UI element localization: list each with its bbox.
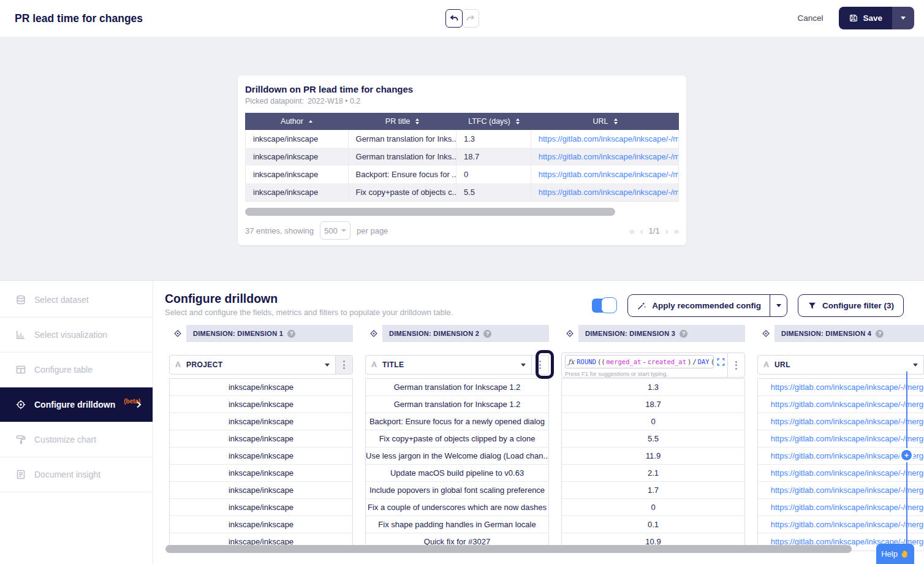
column-header-author[interactable]: Author [245,113,348,130]
field-menu-button[interactable] [335,356,352,374]
magic-wand-icon [637,301,646,311]
url-link[interactable]: https://gitlab.com/inkscape/inkscape/-/m… [758,448,924,465]
field-menu-button[interactable] [727,353,744,377]
url-link[interactable]: https://gitlab.com/inkscape/inkscape/-/m… [758,396,924,413]
diamond-icon [561,325,578,342]
url-link[interactable]: https://gitlab.com/inkscape/inkscape/-/m… [758,430,924,448]
save-icon [849,13,858,23]
column-label: LTFC (days) [468,117,510,126]
prev-page-icon[interactable]: ‹ [640,226,643,236]
field-selector-project[interactable]: APROJECT [169,355,353,375]
chevron-down-icon [341,229,346,232]
help-icon[interactable]: ? [287,330,295,338]
cell-ltfc: 0 [456,166,531,183]
sidebar-item-label: Document insight [34,470,100,479]
save-button[interactable]: Save [839,7,892,29]
formula-token: (( [597,358,605,365]
history-controls [445,9,479,28]
undo-icon [449,13,459,23]
help-button[interactable]: Help [876,544,914,564]
apply-config-split-button: Apply recommended config [627,294,787,317]
help-icon[interactable]: ? [483,330,491,338]
dimension-rows: inkscape/inkscapeinkscape/inkscapeinksca… [169,378,353,551]
url-link[interactable]: https://gitlab.com/inkscape/inkscape/-/m… [758,499,924,516]
sidebar-item-configure-table[interactable]: Configure table [0,352,153,387]
add-dimension-button[interactable]: + [901,450,912,460]
grid-cell: inkscape/inkscape [170,465,352,482]
url-link[interactable]: https://gitlab.com/inkscape/inkscape/-/m… [758,465,924,482]
configure-filter-button[interactable]: Configure filter (3) [798,294,904,317]
field-selector-url[interactable]: AURL [757,355,924,375]
save-dropdown-button[interactable] [892,7,914,29]
cell-url-link[interactable]: https://gitlab.com/inkscape/inkscape/-/m… [531,183,678,201]
formula-hint: Press F1 for suggestions or start typing… [565,370,725,377]
field-menu-button[interactable] [531,356,548,374]
dimension-column-3: DIMENSION: DIMENSION 3?ƒxROUND((merged_a… [561,325,745,342]
card-horizontal-scrollbar[interactable] [245,208,679,216]
column-header-ltfc-days[interactable]: LTFC (days) [456,113,531,130]
dimension-header: DIMENSION: DIMENSION 1? [169,325,353,342]
panel-title: Configure drilldown [165,292,278,306]
column-header-url[interactable]: URL [531,113,679,130]
help-icon[interactable]: ? [876,330,884,338]
grid-horizontal-scrollbar[interactable] [165,545,852,553]
page-indicator: 1/1 [649,226,660,235]
grid-cell: Fix copy+paste of objects clipped by a c… [366,430,548,448]
undo-button[interactable] [445,9,463,28]
cell-url-link[interactable]: https://gitlab.com/inkscape/inkscape/-/m… [531,130,678,148]
apply-config-dropdown[interactable] [770,295,787,316]
field-selector-title[interactable]: ATITLE [365,355,549,375]
dimension-column-1: DIMENSION: DIMENSION 1?APROJECTinkscape/… [169,325,353,342]
chevron-down-icon[interactable] [521,364,526,367]
cancel-button[interactable]: Cancel [797,13,823,23]
url-link[interactable]: https://gitlab.com/inkscape/inkscape/-/m… [758,379,924,396]
last-page-icon[interactable]: » [674,226,679,236]
chevron-down-icon[interactable] [913,364,918,367]
drilldown-enabled-toggle[interactable] [592,297,617,314]
sort-icon [415,118,419,124]
editor-workspace: Select datasetSelect visualizationConfig… [0,280,924,564]
grid-cell: inkscape/inkscape [170,448,352,465]
next-page-icon[interactable]: › [665,226,668,236]
grid-cell: 11.9 [562,448,744,465]
cell-url-link[interactable]: https://gitlab.com/inkscape/inkscape/-/m… [531,166,678,183]
expand-icon[interactable] [716,357,725,367]
grid-cell: Backport: Ensure focus for a newly opene… [366,413,548,430]
text-type-icon: A [371,360,377,369]
grid-cell: Fix shape padding handles in German loca… [366,516,548,533]
sidebar-item-configure-drilldown[interactable]: Configure drilldown(beta) [0,387,153,422]
top-bar: PR lead time for changes Cancel Save [0,0,924,37]
field-label: TITLE [382,360,521,369]
formula-input[interactable]: ƒxROUND((merged_at-created_at)/DAY(✕ [565,355,714,368]
scrollbar-thumb[interactable] [245,208,615,216]
cell-author: inkscape/inkscape [246,148,349,166]
card-footer: 37 entries, showing 500 per page « ‹ 1/1… [245,221,679,240]
sidebar-item-select-dataset[interactable]: Select dataset [0,283,153,318]
formula-token: ) [687,358,691,365]
url-link[interactable]: https://gitlab.com/inkscape/inkscape/-/m… [758,413,924,430]
cell-pr-title: Fix copy+paste of objects c... [349,183,457,201]
redo-button[interactable] [462,9,479,28]
target-icon [15,399,26,410]
formula-token: DAY [698,358,710,365]
url-link[interactable]: https://gitlab.com/inkscape/inkscape/-/m… [758,516,924,533]
sidebar-item-customize-chart[interactable]: Customize chart [0,422,153,457]
column-header-pr-title[interactable]: PR title [348,113,456,130]
first-page-icon[interactable]: « [629,226,634,236]
url-link[interactable]: https://gitlab.com/inkscape/inkscape/-/m… [758,482,924,499]
sidebar-item-select-visualization[interactable]: Select visualization [0,318,153,352]
help-icon[interactable]: ? [680,330,687,338]
cell-ltfc: 5.5 [456,183,531,201]
page-size-select[interactable]: 500 [320,221,350,240]
sidebar-item-document-insight[interactable]: Document insight [0,457,153,492]
pagination-summary: 37 entries, showing 500 per page [245,221,388,240]
picked-value: 2022-W18 • 0.2 [308,97,360,105]
sidebar-item-label: Select visualization [34,330,107,340]
sidebar-item-label: Select dataset [34,295,89,305]
dimension-header: DIMENSION: DIMENSION 4? [757,325,924,342]
grid-cell: Use less jargon in the Welcome dialog (L… [366,448,548,465]
cell-url-link[interactable]: https://gitlab.com/inkscape/inkscape/-/m… [531,148,678,166]
top-actions: Cancel Save [797,7,914,29]
chevron-down-icon[interactable] [325,364,330,367]
apply-recommended-config-button[interactable]: Apply recommended config [628,295,770,316]
